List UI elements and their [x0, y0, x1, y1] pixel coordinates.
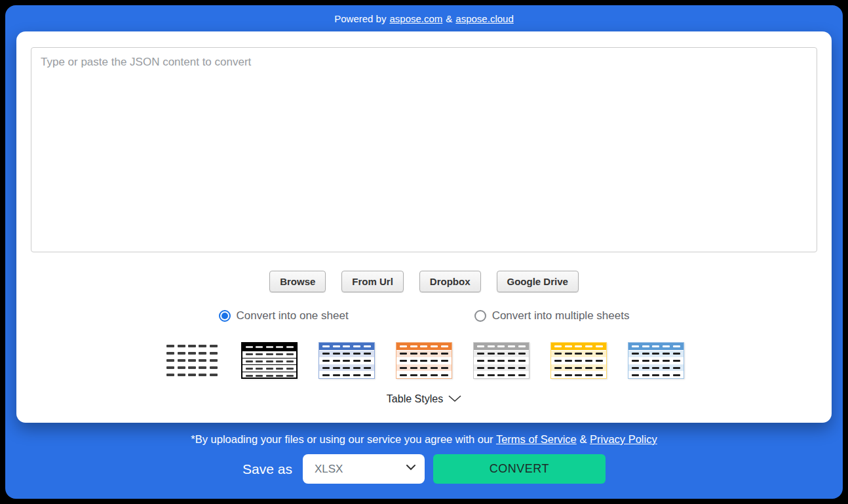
dash-mark [596, 345, 603, 347]
thumb-body-row [242, 372, 296, 379]
dash-mark [441, 374, 448, 376]
format-select-wrap: XLSX [303, 454, 425, 484]
dash-mark [286, 368, 294, 370]
dash-mark [410, 353, 417, 355]
radio-circle[interactable] [474, 310, 486, 322]
table-style-light-blue[interactable] [628, 342, 684, 379]
dash-mark [554, 345, 562, 347]
dash-mark [166, 345, 174, 347]
dash-mark [333, 367, 340, 369]
dash-mark [632, 345, 639, 347]
thumb-body-row [474, 357, 529, 364]
google-drive-button[interactable]: Google Drive [497, 271, 579, 292]
dash-mark [353, 374, 360, 376]
dash-mark [353, 367, 360, 369]
dash-mark [400, 367, 407, 369]
thumb-body-row [551, 364, 606, 371]
dash-mark [518, 353, 526, 355]
browse-button[interactable]: Browse [269, 271, 326, 292]
thumb-body-row [551, 357, 606, 364]
table-style-black[interactable] [241, 342, 298, 379]
terms-of-service-link[interactable]: Terms of Service [496, 433, 577, 445]
dash-mark [210, 359, 218, 362]
sheet-options-row: Convert into one sheet Convert into mult… [31, 309, 817, 322]
thumb-body-row [474, 364, 529, 371]
dash-mark [178, 374, 185, 376]
dash-mark [488, 345, 495, 347]
dash-mark [364, 374, 371, 376]
table-style-plain[interactable] [164, 343, 220, 379]
thumb-body-row [164, 350, 220, 357]
dash-mark [596, 374, 603, 376]
thumb-body-row [319, 364, 374, 371]
dash-mark [420, 367, 427, 369]
dash-mark [673, 367, 680, 369]
dash-mark [518, 367, 526, 369]
table-style-yellow[interactable] [550, 342, 607, 379]
radio-label: Convert into one sheet [237, 309, 349, 322]
dash-mark [210, 345, 218, 347]
dash-mark [256, 368, 263, 370]
dash-mark [632, 360, 639, 362]
dash-mark [585, 374, 592, 376]
dash-mark [554, 353, 562, 355]
dash-mark [441, 367, 448, 369]
dash-mark [322, 360, 330, 362]
dash-mark [673, 360, 680, 362]
dash-mark [266, 368, 273, 370]
dash-mark [286, 360, 294, 362]
table-styles-toggle[interactable]: Table Styles [31, 393, 817, 405]
thumb-body-row [164, 372, 220, 379]
dash-mark [246, 346, 253, 348]
dash-mark [410, 374, 417, 376]
radio-multiple-sheets[interactable]: Convert into multiple sheets [474, 309, 630, 322]
dash-mark [210, 352, 218, 355]
dash-mark [441, 353, 448, 355]
dash-mark [343, 367, 350, 369]
thumb-header-row [551, 343, 606, 350]
dash-mark [210, 366, 218, 369]
convert-button[interactable]: CONVERT [433, 454, 606, 484]
dash-mark [642, 367, 649, 369]
dash-mark [333, 374, 340, 376]
dash-mark [632, 367, 639, 369]
converter-card: Browse From Url Dropbox Google Drive Con… [16, 31, 832, 423]
dash-mark [266, 353, 273, 355]
privacy-policy-link[interactable]: Privacy Policy [590, 433, 657, 445]
upload-buttons-row: Browse From Url Dropbox Google Drive [31, 271, 817, 292]
dash-mark [322, 367, 330, 369]
dash-mark [343, 353, 350, 355]
dash-mark [333, 360, 340, 362]
aspose-cloud-link[interactable]: aspose.cloud [455, 13, 513, 24]
dash-mark [585, 345, 592, 347]
dash-mark [353, 360, 360, 362]
dash-mark [632, 353, 639, 355]
radio-circle[interactable] [219, 310, 231, 322]
terms-ampersand: & [579, 433, 587, 445]
thumb-body-row [396, 357, 452, 364]
radio-one-sheet[interactable]: Convert into one sheet [219, 309, 349, 322]
dash-mark [673, 374, 680, 376]
table-style-gray[interactable] [473, 342, 530, 379]
thumb-body-row [396, 350, 452, 357]
table-style-orange[interactable] [396, 342, 452, 379]
dash-mark [554, 367, 562, 369]
json-input[interactable] [31, 47, 817, 252]
top-banner: Powered by aspose.com & aspose.cloud [5, 5, 843, 31]
dash-mark [497, 367, 505, 369]
dash-mark [188, 374, 196, 376]
dropbox-button[interactable]: Dropbox [419, 271, 481, 292]
dash-mark [410, 360, 417, 362]
dash-mark [565, 353, 572, 355]
aspose-com-link[interactable]: aspose.com [389, 13, 442, 24]
dash-mark [663, 367, 670, 369]
table-style-blue[interactable] [318, 342, 375, 379]
dash-mark [256, 375, 263, 377]
format-select[interactable]: XLSX [303, 454, 425, 484]
table-styles-label: Table Styles [387, 393, 443, 405]
dash-mark [210, 374, 218, 376]
dash-mark [441, 345, 448, 347]
from-url-button[interactable]: From Url [341, 271, 404, 292]
dash-mark [431, 345, 438, 347]
dash-mark [166, 366, 174, 369]
